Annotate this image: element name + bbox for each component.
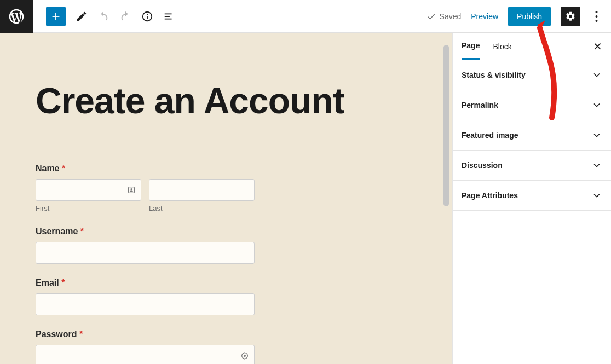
panel-label: Status & visibility xyxy=(462,71,526,79)
editor-canvas-wrapper: Create an Account Name * First xyxy=(0,33,452,364)
wordpress-logo[interactable] xyxy=(0,0,33,33)
password-label-text: Password xyxy=(36,330,77,339)
last-name-column: Last xyxy=(149,179,255,212)
save-status: Saved xyxy=(426,11,462,21)
username-input[interactable] xyxy=(36,242,255,264)
panel-status-visibility[interactable]: Status & visibility xyxy=(453,60,611,90)
editor-canvas[interactable]: Create an Account Name * First xyxy=(0,33,452,364)
svg-point-3 xyxy=(595,15,597,18)
undo-button[interactable] xyxy=(97,10,109,22)
add-block-button[interactable] xyxy=(46,7,66,26)
contact-card-icon xyxy=(126,185,136,195)
page-title[interactable]: Create an Account xyxy=(36,82,452,120)
check-icon xyxy=(426,11,436,21)
panel-featured-image[interactable]: Featured image xyxy=(453,120,611,151)
email-label: Email * xyxy=(36,278,452,288)
name-label: Name * xyxy=(36,164,452,174)
kebab-icon xyxy=(595,11,598,22)
last-name-input[interactable] xyxy=(149,179,255,201)
wordpress-icon xyxy=(8,8,25,25)
toolbar-left-group xyxy=(33,7,175,26)
editor-workspace: Create an Account Name * First xyxy=(0,33,611,364)
redo-button[interactable] xyxy=(119,10,131,22)
pencil-icon xyxy=(76,10,88,22)
panel-page-attributes[interactable]: Page Attributes xyxy=(453,181,611,211)
redo-icon xyxy=(119,10,131,22)
first-name-column: First xyxy=(36,179,141,212)
panel-permalink[interactable]: Permalink xyxy=(453,90,611,120)
edit-mode-button[interactable] xyxy=(76,10,88,22)
chevron-down-icon xyxy=(591,160,602,171)
info-button[interactable] xyxy=(141,10,153,22)
preview-button[interactable]: Preview xyxy=(471,12,498,21)
chevron-down-icon xyxy=(591,100,602,111)
tab-page[interactable]: Page xyxy=(462,33,480,60)
outline-button[interactable] xyxy=(163,10,175,22)
email-field: Email * xyxy=(36,278,452,315)
email-input[interactable] xyxy=(36,293,255,315)
publish-button[interactable]: Publish xyxy=(508,7,551,26)
username-field: Username * xyxy=(36,227,452,264)
required-marker: * xyxy=(62,164,65,173)
password-input[interactable] xyxy=(36,345,255,364)
close-sidebar-button[interactable]: ✕ xyxy=(593,41,602,52)
svg-point-8 xyxy=(244,355,246,357)
save-status-label: Saved xyxy=(440,12,462,21)
last-name-sublabel: Last xyxy=(149,204,255,212)
username-label-text: Username xyxy=(36,227,78,236)
info-icon xyxy=(141,10,153,22)
scrollbar-thumb[interactable] xyxy=(443,45,449,206)
editor-top-toolbar: Saved Preview Publish xyxy=(0,0,611,33)
svg-point-2 xyxy=(595,11,597,13)
sidebar-tabs: Page Block ✕ xyxy=(453,33,611,60)
chevron-down-icon xyxy=(591,190,602,201)
username-label: Username * xyxy=(36,227,452,236)
required-marker: * xyxy=(79,330,83,339)
first-name-sublabel: First xyxy=(36,204,141,212)
gear-icon xyxy=(565,11,576,22)
svg-point-4 xyxy=(595,20,597,22)
name-field: Name * First Last xyxy=(36,164,452,212)
panel-label: Permalink xyxy=(462,101,498,109)
password-label: Password * xyxy=(36,330,452,339)
svg-rect-1 xyxy=(147,16,148,19)
name-label-text: Name xyxy=(36,164,60,173)
undo-icon xyxy=(97,10,109,22)
svg-point-6 xyxy=(130,188,132,190)
required-marker: * xyxy=(80,227,84,236)
panel-label: Page Attributes xyxy=(462,191,518,200)
chevron-down-icon xyxy=(591,130,602,141)
panel-discussion[interactable]: Discussion xyxy=(453,151,611,181)
svg-point-0 xyxy=(147,14,148,15)
panel-label: Featured image xyxy=(462,131,518,140)
password-field: Password * xyxy=(36,330,452,364)
tab-block[interactable]: Block xyxy=(493,33,511,60)
settings-sidebar: Page Block ✕ Status & visibility Permali… xyxy=(452,33,611,364)
name-row: First Last xyxy=(36,179,452,212)
first-name-input[interactable] xyxy=(36,179,141,201)
password-generate-icon[interactable] xyxy=(240,351,250,361)
required-marker: * xyxy=(61,278,65,287)
chevron-down-icon xyxy=(591,70,602,80)
panel-label: Discussion xyxy=(462,161,503,170)
settings-button[interactable] xyxy=(561,7,580,26)
list-outline-icon xyxy=(163,10,175,22)
toolbar-right-group: Saved Preview Publish xyxy=(426,7,611,26)
plus-icon xyxy=(50,10,62,22)
more-menu-button[interactable] xyxy=(590,11,602,22)
email-label-text: Email xyxy=(36,278,59,287)
